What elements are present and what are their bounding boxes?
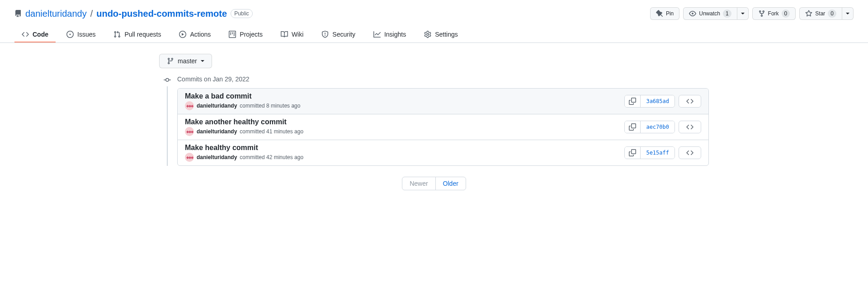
pin-icon	[656, 10, 663, 17]
visibility-badge: Public	[231, 9, 253, 18]
browse-code-button[interactable]	[679, 95, 701, 108]
star-dropdown-button[interactable]	[842, 7, 854, 20]
commit-message-link[interactable]: Make a bad commit	[185, 92, 252, 100]
sha-group: 3a685ad	[624, 95, 675, 108]
sha-group: 5e15aff	[624, 146, 675, 159]
tab-pulls-label: Pull requests	[124, 31, 161, 38]
fork-label: Fork	[768, 10, 779, 17]
pagination-older[interactable]: Older	[435, 177, 466, 190]
tab-issues[interactable]: Issues	[59, 27, 103, 42]
commit-byline: ◆◆◆ danielturidandy committed 42 minutes…	[185, 153, 303, 162]
copy-icon	[629, 123, 636, 131]
commit-actions: aec70b0	[624, 121, 701, 133]
commit-actions: 3a685ad	[624, 95, 701, 108]
pagination: Newer Older	[159, 177, 709, 190]
gear-icon	[424, 31, 431, 38]
tab-actions[interactable]: Actions	[172, 27, 218, 42]
book-icon	[281, 31, 288, 38]
commit-time: committed 8 minutes ago	[240, 103, 300, 109]
repo-actions: Pin Unwatch 1 Fork 0 Star 0	[650, 7, 854, 20]
graph-icon	[373, 31, 381, 38]
star-count: 0	[828, 9, 836, 18]
code-icon	[686, 98, 693, 105]
tab-issues-label: Issues	[77, 31, 95, 38]
watch-count: 1	[723, 9, 731, 18]
timeline-content: Commits on Jan 29, 2022 Make a bad commi…	[177, 75, 709, 166]
repo-owner-link[interactable]: danielturidandy	[25, 9, 87, 19]
tab-projects[interactable]: Projects	[222, 27, 270, 42]
commit-info: Make a bad commit ◆◆◆ danielturidandy co…	[185, 92, 300, 110]
fork-button[interactable]: Fork 0	[752, 7, 796, 20]
unwatch-button[interactable]: Unwatch 1	[683, 7, 737, 20]
avatar[interactable]: ◆◆◆	[185, 153, 194, 162]
copy-icon	[629, 98, 636, 105]
pin-button[interactable]: Pin	[650, 7, 679, 20]
commit-actions: 5e15aff	[624, 146, 701, 159]
project-icon	[229, 31, 236, 38]
commit-byline: ◆◆◆ danielturidandy committed 41 minutes…	[185, 127, 303, 136]
pagination-newer: Newer	[402, 177, 435, 190]
repo-icon	[14, 10, 22, 17]
commit-author-link[interactable]: danielturidandy	[197, 154, 237, 160]
watch-dropdown-button[interactable]	[737, 7, 749, 20]
shield-icon	[321, 31, 329, 38]
branch-select-button[interactable]: master	[159, 54, 212, 68]
code-icon	[686, 123, 693, 131]
git-branch-icon	[167, 57, 174, 65]
branch-name: master	[178, 57, 197, 65]
tab-projects-label: Projects	[240, 31, 263, 38]
copy-sha-button[interactable]	[625, 95, 640, 107]
timeline-line	[167, 86, 168, 166]
tab-security-label: Security	[332, 31, 355, 38]
star-icon	[805, 10, 812, 17]
tab-pulls[interactable]: Pull requests	[106, 27, 168, 42]
repo-nav: Code Issues Pull requests Actions Projec…	[0, 27, 868, 43]
code-icon	[686, 149, 693, 156]
commit-timeline: Commits on Jan 29, 2022 Make a bad commi…	[159, 75, 709, 166]
caret-down-icon	[846, 13, 849, 14]
tab-actions-label: Actions	[190, 31, 211, 38]
commit-sha-link[interactable]: 3a685ad	[640, 95, 675, 107]
tab-settings[interactable]: Settings	[417, 27, 465, 42]
repo-name-link[interactable]: undo-pushed-commits-remote	[96, 9, 227, 19]
copy-icon	[629, 149, 636, 156]
star-label: Star	[815, 10, 825, 17]
tab-code[interactable]: Code	[14, 27, 56, 42]
commit-dot-icon	[164, 76, 171, 84]
commit-message-link[interactable]: Make healthy commit	[185, 144, 258, 151]
fork-count: 0	[782, 9, 790, 18]
commit-info: Make healthy commit ◆◆◆ danielturidandy …	[185, 144, 303, 162]
tab-insights[interactable]: Insights	[366, 27, 413, 42]
avatar[interactable]: ◆◆◆	[185, 127, 194, 136]
repo-title: danielturidandy / undo-pushed-commits-re…	[14, 9, 253, 19]
commit-list: Make a bad commit ◆◆◆ danielturidandy co…	[177, 88, 709, 166]
commit-sha-link[interactable]: aec70b0	[640, 121, 675, 133]
watch-button-group: Unwatch 1	[683, 7, 748, 20]
avatar[interactable]: ◆◆◆	[185, 101, 194, 110]
browse-code-button[interactable]	[679, 121, 701, 133]
path-separator: /	[90, 9, 93, 19]
fork-icon	[758, 10, 765, 17]
tab-wiki[interactable]: Wiki	[274, 27, 311, 42]
timeline-marker	[159, 75, 177, 166]
commit-time: committed 41 minutes ago	[240, 128, 303, 135]
tab-code-label: Code	[33, 31, 48, 38]
copy-sha-button[interactable]	[625, 147, 640, 159]
commit-row: Make another healthy commit ◆◆◆ danieltu…	[178, 114, 708, 140]
commit-author-link[interactable]: danielturidandy	[197, 128, 237, 135]
code-icon	[22, 31, 29, 38]
commit-sha-link[interactable]: 5e15aff	[640, 147, 675, 159]
tab-settings-label: Settings	[435, 31, 458, 38]
commit-author-link[interactable]: danielturidandy	[197, 103, 237, 109]
commits-date-header: Commits on Jan 29, 2022	[177, 75, 709, 88]
tab-security[interactable]: Security	[314, 27, 363, 42]
browse-code-button[interactable]	[679, 146, 701, 159]
commit-message-link[interactable]: Make another healthy commit	[185, 118, 287, 126]
copy-sha-button[interactable]	[625, 121, 640, 133]
star-button-group: Star 0	[799, 7, 854, 20]
star-button[interactable]: Star 0	[799, 7, 842, 20]
commit-row: Make healthy commit ◆◆◆ danielturidandy …	[178, 140, 708, 165]
commit-byline: ◆◆◆ danielturidandy committed 8 minutes …	[185, 101, 300, 110]
play-icon	[179, 31, 186, 38]
pull-request-icon	[113, 31, 121, 38]
